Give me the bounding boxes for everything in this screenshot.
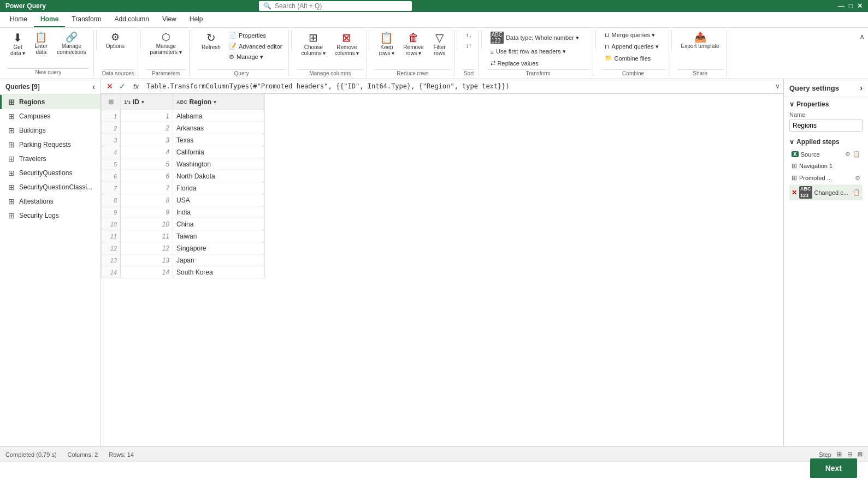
sidebar-item-buildings[interactable]: ⊞ Buildings [0,123,101,138]
step-promoted[interactable]: ⊞ Promoted ... ⚙ [789,172,863,183]
sidebar-item-travelers[interactable]: ⊞ Travelers [0,152,101,166]
sidebar-item-security-logs[interactable]: ⊞ Security Logs [0,208,101,223]
advanced-editor-button[interactable]: 📝 Advanced editor [226,41,286,51]
remove-rows-button[interactable]: 🗑 Removerows ▾ [399,30,427,58]
step-changed-type-copy[interactable]: 📋 [853,189,860,196]
table-row[interactable]: 14 14 South Korea [102,266,265,278]
id-cell: 12 [121,242,173,254]
data-type-button[interactable]: ABC123 Data type: Whole number ▾ [487,30,582,45]
minimize-btn[interactable]: — [838,2,845,10]
refresh-icon: ↻ [206,32,216,43]
ribbon-collapse-btn[interactable]: ∧ [859,32,865,41]
tab-transform[interactable]: Home [34,12,65,27]
id-dropdown-arrow[interactable]: ▾ [141,99,144,105]
table-row[interactable]: 2 2 Arkansas [102,122,265,134]
table-row[interactable]: 7 7 Florida [102,182,265,194]
sidebar-item-security-questions[interactable]: ⊞ SecurityQuestions [0,166,101,180]
query-settings-expand-btn[interactable]: › [860,84,863,92]
filter-rows-button[interactable]: ▽ Filterrows [429,30,451,58]
query-name-input[interactable] [789,120,863,132]
sort-desc-button[interactable]: ↓↑ [463,40,475,50]
step-source[interactable]: X Source ⚙ 📋 [789,149,863,159]
refresh-button[interactable]: ↻ Refresh [198,30,225,52]
tab-add-column2[interactable]: Add column [108,12,156,27]
status-icon-1[interactable]: ⊞ [837,451,842,458]
sidebar-item-attestations[interactable]: ⊞ Attestations [0,194,101,208]
sort-asc-button[interactable]: ↑↓ [463,30,475,40]
table-row[interactable]: 8 8 USA [102,194,265,206]
sidebar-item-security-question-classi[interactable]: ⊞ SecurityQuestionClassi... [0,180,101,194]
table-row[interactable]: 11 11 Taiwan [102,230,265,242]
next-button[interactable]: Next [810,458,857,478]
step-changed-type-delete[interactable]: ✕ [792,189,797,196]
tab-view[interactable]: View [156,12,183,27]
filter-rows-label: Filterrows [433,44,445,56]
formula-cancel-btn[interactable]: ✕ [104,81,115,92]
use-first-row-button[interactable]: ≡ Use first row as headers ▾ [487,46,582,57]
filter-rows-icon: ▽ [435,32,444,43]
tab-add-column[interactable]: Transform [65,12,108,27]
options-button[interactable]: ⚙ Options [102,30,128,51]
applied-steps-title[interactable]: ∨ Applied steps [789,138,863,146]
keep-rows-button[interactable]: 📋 Keeprows ▾ [375,30,398,58]
table-row[interactable]: 4 4 California [102,146,265,158]
tab-help[interactable]: Help [183,12,210,27]
step-source-copy[interactable]: 📋 [853,151,860,158]
formula-input[interactable] [144,81,772,91]
manage-connections-button[interactable]: 🔗 Manageconnections [53,30,90,57]
content-area: ✕ ✓ fx ∨ ⊞ [101,79,783,446]
table-row[interactable]: 12 12 Singapore [102,242,265,254]
step-navigation[interactable]: ⊞ Navigation 1 [789,160,863,171]
sidebar-item-parking-requests[interactable]: ⊞ Parking Requests [0,138,101,152]
sidebar-collapse-btn[interactable]: ‹ [92,82,95,91]
step-changed-type[interactable]: ✕ ABC123 Changed c... 📋 [789,184,863,200]
applied-steps-caret-icon: ∨ [789,138,794,146]
table-row[interactable]: 9 9 India [102,206,265,218]
step-promoted-gear[interactable]: ⚙ [855,175,860,182]
merge-queries-button[interactable]: ⊔ Merge queries ▾ [601,30,662,40]
get-data-button[interactable]: ⬇ Getdata ▾ [7,30,29,58]
id-column-header[interactable]: 1²₃ ID ▾ [121,94,173,110]
append-queries-button[interactable]: ⊓ Append queries ▾ [601,41,662,52]
status-icon-3[interactable]: ⊠ [858,451,863,458]
table-row[interactable]: 6 6 North Dakota [102,170,265,182]
search-input[interactable] [275,2,384,10]
close-btn[interactable]: ✕ [857,2,863,10]
sort-label: Sort [463,69,475,76]
table-row[interactable]: 3 3 Texas [102,134,265,146]
formula-expand-btn[interactable]: ∨ [775,82,780,90]
tab-home[interactable]: Home [3,12,34,27]
table-row[interactable]: 10 10 China [102,218,265,230]
status-icon-2[interactable]: ⊟ [847,451,852,458]
sidebar: Queries [9] ‹ ⊞ Regions ⊞ Campuses ⊞ Bui… [0,79,101,446]
sidebar-item-label-buildings: Buildings [19,127,46,134]
search-bar[interactable]: 🔍 [259,1,412,11]
properties-button[interactable]: 📄 Properties [226,30,286,40]
maximize-btn[interactable]: □ [849,2,853,10]
choose-columns-button[interactable]: ⊞ Choosecolumns ▾ [297,30,329,58]
export-template-button[interactable]: 📤 Export template [677,30,723,51]
remove-rows-label: Removerows ▾ [403,44,423,56]
table-row[interactable]: 5 5 Washington [102,158,265,170]
table-row[interactable]: 13 13 Japan [102,254,265,266]
manage-button[interactable]: ⚙ Manage ▾ [226,52,286,62]
table-row[interactable]: 1 1 Alabama [102,110,265,122]
remove-columns-button[interactable]: ⊠ Removecolumns ▾ [330,30,363,58]
enter-data-button[interactable]: 📋 Enterdata [30,30,52,57]
formula-bar: ✕ ✓ fx ∨ [101,79,783,94]
region-column-header[interactable]: ABC Region ▾ [173,94,265,110]
step-source-gear[interactable]: ⚙ [845,151,851,158]
enter-data-icon: 📋 [35,32,47,42]
formula-confirm-btn[interactable]: ✓ [117,81,128,92]
region-cell: Taiwan [173,230,265,242]
id-cell: 3 [121,134,173,146]
region-dropdown-arrow[interactable]: ▾ [214,99,216,105]
properties-section-title[interactable]: ∨ Properties [789,100,863,108]
combine-files-button[interactable]: 📁 Combine files [601,53,662,63]
step-navigation-label: Navigation 1 [799,163,860,169]
sidebar-item-campuses[interactable]: ⊞ Campuses [0,109,101,123]
query-settings-panel: Query settings › ∨ Properties Name ∨ App… [783,79,868,446]
replace-values-button[interactable]: ⇄ Replace values [487,58,582,68]
sidebar-item-regions[interactable]: ⊞ Regions [0,95,101,109]
manage-parameters-button[interactable]: ⬡ Manageparameters ▾ [146,30,186,57]
